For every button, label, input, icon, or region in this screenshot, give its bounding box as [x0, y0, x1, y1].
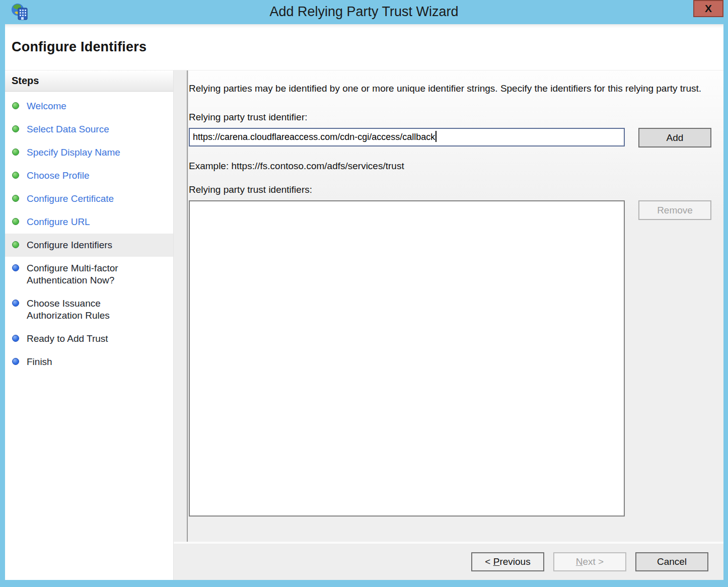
step-label: Select Data Source [27, 123, 148, 135]
step-done-icon [12, 241, 19, 248]
wizard-window: Add Relying Party Trust Wizard X Configu… [0, 0, 728, 587]
step-label: Welcome [27, 100, 148, 112]
identifiers-list-label: Relying party trust identifiers: [189, 184, 711, 195]
page-description: Relying parties may be identified by one… [189, 82, 705, 95]
close-button[interactable]: X [693, 0, 723, 17]
content-pane: Relying parties may be identified by one… [174, 70, 723, 580]
sidebar-item-select-data-source[interactable]: Select Data Source [5, 118, 173, 141]
wizard-panel: Configure Identifiers Steps WelcomeSelec… [5, 24, 723, 580]
identifiers-listbox[interactable] [189, 200, 625, 517]
identifier-input-value: https://carena.cloudflareaccess.com/cdn-… [193, 132, 435, 142]
step-label: Configure Identifiers [27, 239, 148, 251]
add-button[interactable]: Add [638, 128, 711, 148]
page-title: Configure Identifiers [5, 24, 723, 55]
text-cursor [435, 131, 436, 142]
sidebar-item-configure-identifiers: Configure Identifiers [5, 234, 173, 257]
step-pending-icon [12, 335, 19, 342]
wizard-footer: < Previous Next > Cancel [174, 542, 723, 580]
sidebar-item-specify-display-name[interactable]: Specify Display Name [5, 141, 173, 164]
step-label: Specify Display Name [27, 146, 148, 159]
wizard-body: Steps WelcomeSelect Data SourceSpecify D… [5, 70, 723, 580]
step-label: Choose Profile [27, 170, 148, 182]
sidebar-item-configure-certificate[interactable]: Configure Certificate [5, 187, 173, 210]
steps-list: WelcomeSelect Data SourceSpecify Display… [5, 95, 173, 374]
step-done-icon [12, 195, 19, 202]
step-pending-icon [12, 264, 19, 271]
step-pending-icon [12, 300, 19, 307]
configure-identifiers-page: Relying parties may be identified by one… [189, 70, 723, 542]
step-label: Configure Certificate [27, 193, 148, 205]
sidebar-item-configure-url[interactable]: Configure URL [5, 210, 173, 234]
title-bar: Add Relying Party Trust Wizard X [0, 0, 728, 24]
step-done-icon [12, 172, 19, 179]
window-title: Add Relying Party Trust Wizard [0, 0, 728, 24]
sidebar-item-choose-issuance-authorization-rules: Choose Issuance Authorization Rules [5, 292, 173, 327]
step-done-icon [12, 218, 19, 225]
identifier-input[interactable]: https://carena.cloudflareaccess.com/cdn-… [189, 128, 625, 146]
sidebar-item-finish: Finish [5, 350, 173, 374]
sidebar-item-configure-multi-factor-authentication-now: Configure Multi-factor Authentication No… [5, 257, 173, 292]
step-label: Ready to Add Trust [27, 333, 148, 345]
identifier-label: Relying party trust identifier: [189, 112, 711, 123]
pane-divider [174, 70, 188, 544]
step-label: Choose Issuance Authorization Rules [27, 298, 148, 322]
sidebar-item-choose-profile[interactable]: Choose Profile [5, 164, 173, 187]
step-pending-icon [12, 358, 19, 365]
remove-button[interactable]: Remove [638, 200, 711, 220]
step-label: Finish [27, 356, 148, 368]
step-done-icon [12, 102, 19, 109]
steps-sidebar: Steps WelcomeSelect Data SourceSpecify D… [5, 70, 174, 580]
sidebar-item-ready-to-add-trust: Ready to Add Trust [5, 327, 173, 350]
example-text: Example: https://fs.contoso.com/adfs/ser… [189, 161, 711, 172]
step-label: Configure Multi-factor Authentication No… [27, 262, 148, 286]
sidebar-item-welcome[interactable]: Welcome [5, 95, 173, 118]
cancel-button[interactable]: Cancel [635, 552, 708, 571]
step-done-icon [12, 125, 19, 132]
step-label: Configure URL [27, 216, 148, 228]
step-done-icon [12, 149, 19, 156]
previous-button[interactable]: < Previous [471, 552, 544, 571]
next-button[interactable]: Next > [553, 552, 626, 571]
steps-heading: Steps [5, 70, 173, 92]
page-header: Configure Identifiers [5, 24, 723, 70]
